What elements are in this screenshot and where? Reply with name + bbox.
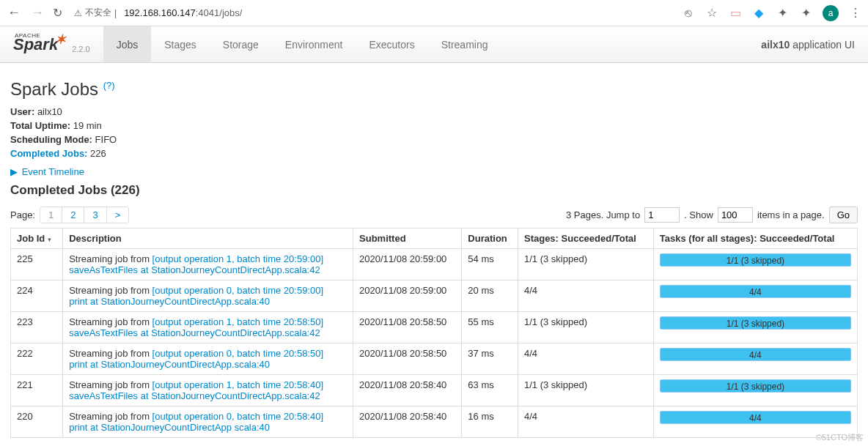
source-link[interactable]: print at StationJourneyCountDirectApp.sc… bbox=[69, 296, 270, 307]
col-header[interactable]: Job Id bbox=[11, 228, 63, 249]
col-header[interactable]: Tasks (for all stages): Succeeded/Total bbox=[653, 228, 857, 249]
job-id: 225 bbox=[11, 249, 63, 280]
pager-page[interactable]: 3 bbox=[84, 207, 106, 223]
duration: 63 ms bbox=[462, 375, 518, 406]
watermark: ©51CTO博客 bbox=[816, 432, 864, 443]
page-title: Spark Jobs (?) bbox=[10, 79, 858, 100]
pager-page[interactable]: 1 bbox=[40, 207, 62, 223]
star-icon[interactable]: ☆ bbox=[705, 7, 718, 20]
source-link[interactable]: saveAsTextFiles at StationJourneyCountDi… bbox=[69, 390, 320, 401]
section-title: Completed Jobs (226) bbox=[10, 183, 858, 198]
table-header-row: Job IdDescriptionSubmittedDurationStages… bbox=[11, 228, 858, 249]
tasks: 1/1 (3 skipped) bbox=[653, 249, 857, 280]
job-description: Streaming job from [output operation 0, … bbox=[63, 280, 353, 312]
page-size-input[interactable] bbox=[718, 207, 753, 223]
stages: 1/1 (3 skipped) bbox=[518, 312, 653, 343]
extensions-puzzle-icon[interactable]: ✦ bbox=[799, 7, 812, 20]
batch-link[interactable]: [output operation 1, batch time 20:58:40… bbox=[152, 379, 323, 390]
submitted: 2020/11/08 20:58:50 bbox=[353, 343, 462, 375]
job-meta: User: ailx10 Total Uptime: 19 min Schedu… bbox=[10, 105, 858, 160]
submitted: 2020/11/08 20:59:00 bbox=[353, 249, 462, 280]
stages: 4/4 bbox=[518, 280, 653, 312]
content: Spark Jobs (?) User: ailx10 Total Uptime… bbox=[0, 63, 868, 445]
batch-link[interactable]: [output operation 0, batch time 20:59:00… bbox=[152, 285, 323, 296]
url-host: 192.168.160.147 bbox=[124, 7, 196, 18]
col-header[interactable]: Description bbox=[63, 228, 353, 249]
translate-icon[interactable]: ⎋ bbox=[682, 7, 695, 20]
tasks: 4/4 bbox=[653, 343, 857, 375]
spark-star-icon: ✶ bbox=[55, 32, 66, 47]
nav-tabs: JobsStagesStorageEnvironmentExecutorsStr… bbox=[103, 26, 501, 62]
app-name-label: ailx10 application UI bbox=[761, 39, 868, 51]
extension-icon[interactable]: ✦ bbox=[776, 7, 789, 20]
source-link[interactable]: print at StationJourneyCountDirectApp.sc… bbox=[69, 359, 270, 370]
tasks: 4/4 bbox=[653, 280, 857, 312]
duration: 20 ms bbox=[462, 280, 518, 312]
table-row: 220Streaming job from [output operation … bbox=[11, 406, 858, 438]
security-badge[interactable]: ⚠ 不安全 | bbox=[74, 7, 117, 19]
source-link[interactable]: saveAsTextFiles at StationJourneyCountDi… bbox=[69, 264, 320, 275]
job-id: 223 bbox=[11, 312, 63, 343]
tab-streaming[interactable]: Streaming bbox=[428, 26, 501, 62]
help-link[interactable]: (?) bbox=[103, 80, 115, 91]
batch-link[interactable]: [output operation 1, batch time 20:58:50… bbox=[152, 316, 323, 327]
pager-page[interactable]: 2 bbox=[62, 207, 84, 223]
duration: 16 ms bbox=[462, 406, 518, 438]
tab-storage[interactable]: Storage bbox=[210, 26, 272, 62]
stages: 4/4 bbox=[518, 343, 653, 375]
event-timeline-toggle[interactable]: ▶ Event Timeline bbox=[10, 166, 858, 177]
url-bar[interactable]: 192.168.160.147:4041/jobs/ bbox=[124, 7, 242, 18]
tasks: 1/1 (3 skipped) bbox=[653, 312, 857, 343]
stages: 4/4 bbox=[518, 406, 653, 438]
source-link[interactable]: print at StationJourneyCountDirectApp sc… bbox=[69, 422, 270, 433]
job-id: 221 bbox=[11, 375, 63, 406]
insecure-label: 不安全 bbox=[85, 7, 111, 19]
spark-logo: APACHE Spark✶ bbox=[13, 35, 69, 54]
completed-jobs-link[interactable]: Completed Jobs: bbox=[10, 148, 87, 159]
job-description: Streaming job from [output operation 1, … bbox=[63, 312, 353, 343]
forward-icon[interactable]: → bbox=[29, 5, 45, 21]
submitted: 2020/11/08 20:59:00 bbox=[353, 280, 462, 312]
spark-version: 2.2.0 bbox=[72, 45, 89, 53]
go-button[interactable]: Go bbox=[829, 207, 858, 223]
extension-icon[interactable]: ▭ bbox=[729, 7, 742, 20]
jump-page-input[interactable] bbox=[644, 207, 680, 223]
pager-page[interactable]: > bbox=[107, 207, 129, 223]
tab-environment[interactable]: Environment bbox=[272, 26, 356, 62]
tab-jobs[interactable]: Jobs bbox=[103, 26, 152, 62]
reload-icon[interactable]: ↻ bbox=[53, 6, 62, 20]
stages: 1/1 (3 skipped) bbox=[518, 249, 653, 280]
col-header[interactable]: Submitted bbox=[353, 228, 462, 249]
job-description: Streaming job from [output operation 1, … bbox=[63, 249, 353, 280]
warning-icon: ⚠ bbox=[74, 8, 82, 18]
col-header[interactable]: Stages: Succeeded/Total bbox=[518, 228, 653, 249]
table-row: 221Streaming job from [output operation … bbox=[11, 375, 858, 406]
tab-executors[interactable]: Executors bbox=[356, 26, 427, 62]
job-id: 220 bbox=[11, 406, 63, 438]
job-id: 222 bbox=[11, 343, 63, 375]
kebab-menu-icon[interactable]: ⋮ bbox=[849, 7, 862, 20]
browser-actions: ⎋ ☆ ▭ ◆ ✦ ✦ a ⋮ bbox=[682, 5, 862, 21]
tab-stages[interactable]: Stages bbox=[151, 26, 210, 62]
duration: 37 ms bbox=[462, 343, 518, 375]
table-body: 225Streaming job from [output operation … bbox=[11, 249, 858, 438]
job-description: Streaming job from [output operation 0, … bbox=[63, 406, 353, 438]
back-icon[interactable]: ← bbox=[6, 5, 22, 21]
pager-buttons: 123> bbox=[40, 207, 129, 223]
batch-link[interactable]: [output operation 0, batch time 20:58:40… bbox=[152, 411, 323, 422]
source-link[interactable]: saveAsTextFiles at StationJourneyCountDi… bbox=[69, 327, 320, 338]
col-header[interactable]: Duration bbox=[462, 228, 518, 249]
submitted: 2020/11/08 20:58:40 bbox=[353, 406, 462, 438]
table-row: 223Streaming job from [output operation … bbox=[11, 312, 858, 343]
table-row: 222Streaming job from [output operation … bbox=[11, 343, 858, 375]
avatar[interactable]: a bbox=[823, 5, 839, 21]
duration: 55 ms bbox=[462, 312, 518, 343]
pager-right: 3 Pages. Jump to . Show items in a page.… bbox=[566, 207, 858, 223]
pager: Page: 123> 3 Pages. Jump to . Show items… bbox=[10, 207, 858, 223]
jobs-table: Job IdDescriptionSubmittedDurationStages… bbox=[10, 228, 858, 438]
job-description: Streaming job from [output operation 1, … bbox=[63, 375, 353, 406]
batch-link[interactable]: [output operation 0, batch time 20:58:50… bbox=[152, 348, 323, 359]
batch-link[interactable]: [output operation 1, batch time 20:59:00… bbox=[152, 253, 323, 264]
spark-brand[interactable]: APACHE Spark✶ 2.2.0 bbox=[0, 35, 103, 54]
extension-icon[interactable]: ◆ bbox=[752, 7, 765, 20]
